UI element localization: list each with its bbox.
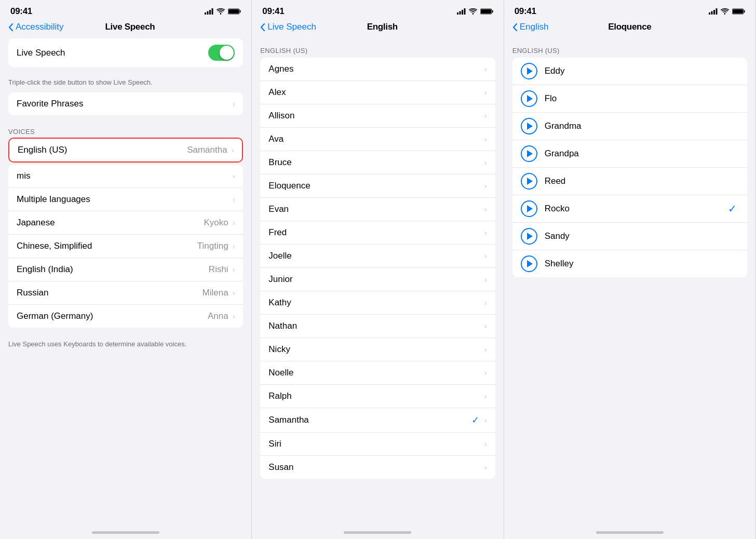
voice-nathan[interactable]: Nathan › <box>260 315 495 338</box>
chevron-japanese: › <box>233 219 235 227</box>
voice-allison[interactable]: Allison › <box>260 104 495 128</box>
eloquence-grandpa[interactable]: Grandpa <box>512 140 747 168</box>
home-indicator-2 <box>344 531 411 534</box>
voice-nicky[interactable]: Nicky › <box>260 338 495 361</box>
voice-junior[interactable]: Junior › <box>260 268 495 291</box>
eloquence-reed[interactable]: Reed <box>512 168 747 195</box>
play-grandpa-button[interactable] <box>521 145 537 162</box>
play-grandma-button[interactable] <box>521 118 537 134</box>
panel-english: 09:41 Li <box>252 0 504 539</box>
signal-icon-3 <box>709 8 718 15</box>
back-to-live-speech[interactable]: Live Speech <box>260 22 316 32</box>
play-icon-shelley <box>527 260 533 267</box>
voice-mis[interactable]: mis › <box>8 165 243 188</box>
play-sandy-button[interactable] <box>521 228 537 245</box>
panel1-title: Live Speech <box>64 22 197 32</box>
panel3-content: English (US) Eddy Flo Grandma <box>504 38 755 527</box>
live-speech-hint: Triple-click the side button to show Liv… <box>0 75 251 92</box>
chevron-russian: › <box>233 289 235 297</box>
chevron-noelle: › <box>484 369 487 377</box>
panel-eloquence: 09:41 En <box>504 0 756 539</box>
play-reed-button[interactable] <box>521 173 537 190</box>
svg-rect-3 <box>212 8 213 15</box>
svg-rect-9 <box>462 10 463 15</box>
svg-rect-16 <box>713 10 715 15</box>
wifi-icon-2 <box>469 8 477 15</box>
panel1-content: Live Speech Triple-click the side button… <box>0 38 251 527</box>
english-us-highlighted[interactable]: English (US) Samantha › <box>8 138 243 163</box>
chevron-nathan: › <box>484 322 487 330</box>
svg-rect-12 <box>492 10 493 13</box>
english-us-value: Samantha <box>187 145 227 155</box>
battery-icon <box>228 8 241 15</box>
chevron-junior: › <box>484 275 487 284</box>
live-speech-toggle-group: Live Speech <box>8 38 243 67</box>
voice-chinese[interactable]: Chinese, Simplified Tingting › <box>8 235 243 258</box>
chevron-siri: › <box>484 440 487 448</box>
back-to-english[interactable]: English <box>512 22 559 32</box>
voice-bruce[interactable]: Bruce › <box>260 151 495 174</box>
status-bar-3: 09:41 <box>504 0 755 19</box>
voice-susan[interactable]: Susan › <box>260 456 495 479</box>
voice-siri[interactable]: Siri › <box>260 433 495 456</box>
svg-rect-14 <box>709 12 710 15</box>
voice-japanese[interactable]: Japanese Kyoko › <box>8 211 243 235</box>
svg-rect-1 <box>207 11 209 15</box>
play-icon-eddy <box>527 68 533 75</box>
voice-agnes[interactable]: Agnes › <box>260 58 495 81</box>
eloquence-shelley[interactable]: Shelley <box>512 250 747 277</box>
svg-rect-10 <box>464 8 465 15</box>
live-speech-toggle[interactable] <box>208 45 235 61</box>
live-speech-label: Live Speech <box>17 48 65 58</box>
voice-ava[interactable]: Ava › <box>260 128 495 151</box>
status-icons-2 <box>457 8 493 15</box>
chevron-left-icon-3 <box>512 23 518 32</box>
voice-noelle[interactable]: Noelle › <box>260 361 495 385</box>
play-eddy-button[interactable] <box>521 63 537 79</box>
eloquence-eddy[interactable]: Eddy <box>512 58 747 85</box>
voice-german[interactable]: German (Germany) Anna › <box>8 305 243 328</box>
voice-eloquence[interactable]: Eloquence › <box>260 174 495 198</box>
status-bar-1: 09:41 <box>0 0 251 19</box>
play-shelley-button[interactable] <box>521 255 537 272</box>
chevron-fred: › <box>484 228 487 237</box>
eloquence-flo[interactable]: Flo <box>512 85 747 113</box>
favorite-phrases-row[interactable]: Favorite Phrases › <box>8 92 243 115</box>
nav-bar-3: English Eloquence <box>504 19 755 38</box>
svg-rect-13 <box>481 9 491 14</box>
eloquence-sandy[interactable]: Sandy <box>512 223 747 250</box>
voice-evan[interactable]: Evan › <box>260 198 495 221</box>
chevron-german: › <box>233 312 235 320</box>
voice-ralph[interactable]: Ralph › <box>260 385 495 408</box>
home-indicator-1 <box>92 531 159 534</box>
voice-samantha[interactable]: Samantha ✓ › <box>260 408 495 433</box>
eloquence-grandma[interactable]: Grandma <box>512 113 747 140</box>
voice-kathy[interactable]: Kathy › <box>260 291 495 315</box>
play-icon-grandpa <box>527 150 533 157</box>
chevron-eloquence: › <box>484 182 487 190</box>
voice-joelle[interactable]: Joelle › <box>260 245 495 268</box>
eloquence-rocko[interactable]: Rocko ✓ <box>512 195 747 223</box>
svg-rect-5 <box>240 10 241 13</box>
play-flo-button[interactable] <box>521 90 537 107</box>
voice-russian[interactable]: Russian Milena › <box>8 281 243 305</box>
chevron-ava: › <box>484 135 487 143</box>
chevron-multiple: › <box>233 195 235 204</box>
chevron-left-icon-2 <box>260 23 265 32</box>
play-rocko-button[interactable] <box>521 200 537 217</box>
svg-rect-17 <box>716 8 717 15</box>
toggle-knob <box>220 46 234 60</box>
back-to-accessibility[interactable]: Accessibility <box>8 22 64 32</box>
voice-multiple[interactable]: Multiple languages › <box>8 188 243 211</box>
voice-fred[interactable]: Fred › <box>260 221 495 245</box>
favorite-phrases-group: Favorite Phrases › <box>8 92 243 115</box>
english-section-header: English (US) <box>252 38 503 58</box>
wifi-icon-3 <box>721 8 729 15</box>
battery-icon-2 <box>480 8 493 15</box>
voice-english-india[interactable]: English (India) Rishi › <box>8 258 243 281</box>
panel-live-speech: 09:41 <box>0 0 252 539</box>
english-us-row[interactable]: English (US) Samantha › <box>9 139 242 161</box>
chevron-susan: › <box>484 463 487 471</box>
svg-rect-15 <box>711 11 712 15</box>
voice-alex[interactable]: Alex › <box>260 81 495 104</box>
